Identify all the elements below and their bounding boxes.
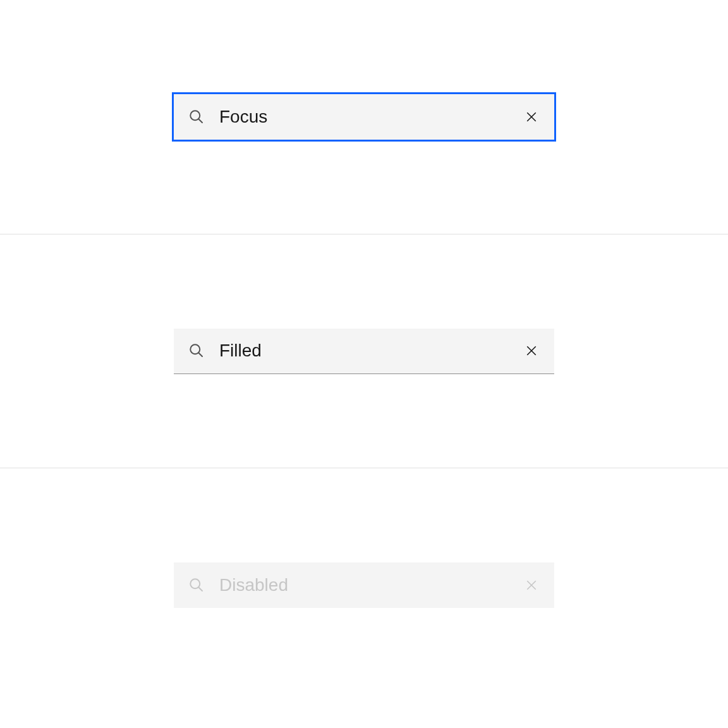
search-icon — [174, 328, 219, 373]
clear-button-filled[interactable] — [509, 328, 554, 373]
search-field-focus[interactable] — [174, 94, 554, 140]
search-state-focus — [0, 0, 728, 234]
search-icon — [174, 562, 219, 608]
search-input-disabled — [219, 562, 509, 608]
close-icon — [526, 345, 537, 356]
search-state-disabled — [0, 468, 728, 701]
svg-line-5 — [198, 353, 202, 356]
search-state-filled — [0, 234, 728, 468]
search-input-focus[interactable] — [219, 94, 509, 140]
close-icon — [526, 111, 537, 123]
search-field-filled[interactable] — [174, 329, 554, 374]
search-input-filled[interactable] — [219, 329, 509, 373]
search-icon — [174, 94, 219, 140]
svg-line-1 — [198, 119, 202, 123]
close-icon — [526, 579, 537, 591]
clear-button-focus[interactable] — [509, 94, 554, 140]
clear-button-disabled — [509, 562, 554, 608]
search-field-disabled — [174, 562, 554, 608]
svg-line-9 — [198, 587, 202, 591]
